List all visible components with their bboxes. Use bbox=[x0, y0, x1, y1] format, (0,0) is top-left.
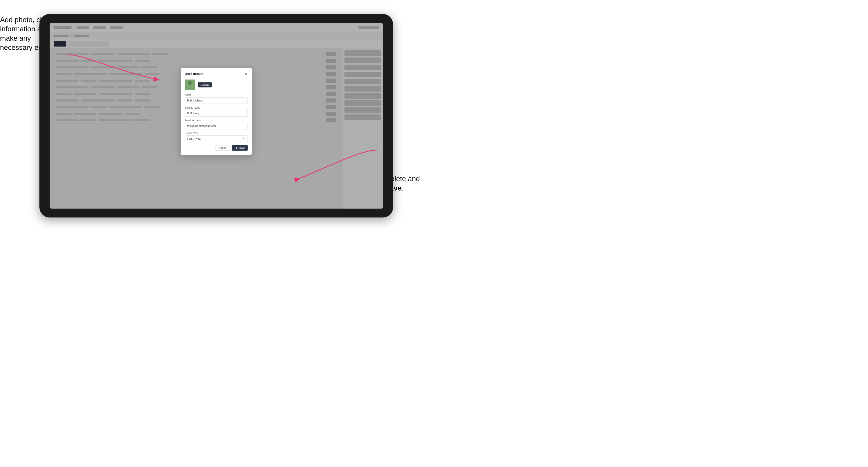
photo-image bbox=[185, 80, 195, 90]
cancel-button[interactable]: Cancel bbox=[215, 145, 230, 151]
school-year-label: School Year bbox=[185, 132, 248, 134]
svg-rect-5 bbox=[187, 85, 193, 90]
email-input[interactable] bbox=[185, 123, 248, 129]
display-name-input[interactable] bbox=[185, 110, 248, 117]
photo-section: Upload bbox=[185, 80, 248, 90]
modal-header: User details × bbox=[185, 72, 248, 76]
clear-icon[interactable]: × bbox=[243, 137, 244, 140]
svg-point-3 bbox=[188, 81, 192, 85]
chevron-down-icon: ⌄ bbox=[245, 137, 247, 140]
display-name-field-group: Display name bbox=[185, 106, 248, 117]
save-button[interactable]: ⬆ Save bbox=[232, 145, 248, 151]
name-input[interactable] bbox=[185, 97, 248, 104]
select-icons: × ⌄ bbox=[243, 137, 247, 140]
name-label: Name bbox=[185, 94, 248, 96]
arrow-right-icon bbox=[293, 143, 382, 188]
modal-footer: Cancel ⬆ Save bbox=[185, 145, 248, 151]
arrow-left-icon bbox=[63, 50, 170, 100]
school-year-select-wrapper: First Year Second Year Third Year Fourth… bbox=[185, 135, 248, 142]
email-field-group: Email address bbox=[185, 119, 248, 129]
user-details-modal: User details × Upload Name bbox=[181, 68, 252, 155]
name-field-group: Name bbox=[185, 94, 248, 104]
modal-title: User details bbox=[185, 72, 204, 76]
display-name-label: Display name bbox=[185, 106, 248, 109]
upload-photo-button[interactable]: Upload bbox=[198, 82, 212, 87]
save-icon: ⬆ bbox=[235, 146, 237, 150]
email-label: Email address bbox=[185, 119, 248, 122]
modal-close-button[interactable]: × bbox=[244, 72, 248, 76]
school-year-field-group: School Year First Year Second Year Third… bbox=[185, 132, 248, 142]
user-photo-thumbnail bbox=[185, 80, 195, 90]
school-year-select[interactable]: First Year Second Year Third Year Fourth… bbox=[185, 135, 248, 142]
